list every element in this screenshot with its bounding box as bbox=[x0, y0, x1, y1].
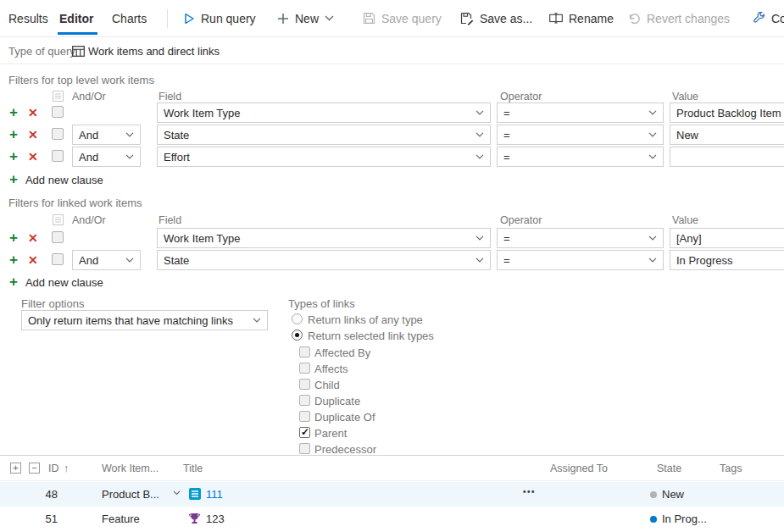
andor-select[interactable]: And bbox=[72, 250, 141, 270]
tab-charts[interactable]: Charts bbox=[112, 0, 147, 36]
chevron-down-icon[interactable] bbox=[173, 490, 181, 496]
column-options-button[interactable]: Col bbox=[753, 0, 784, 36]
link-type-label[interactable]: Predecessor bbox=[314, 443, 376, 456]
active-tab-underline bbox=[58, 32, 97, 35]
remove-clause-icon[interactable]: ✕ bbox=[28, 127, 38, 142]
filter-row: + ✕ Work Item Type = Product Backlog Ite… bbox=[0, 103, 784, 123]
work-item-title-link[interactable]: 111 bbox=[206, 488, 223, 501]
link-type-checkbox-duplicate-of[interactable] bbox=[299, 411, 310, 422]
column-header-assigned-to[interactable]: Assigned To bbox=[550, 463, 608, 474]
column-header-id[interactable]: ID bbox=[48, 463, 59, 474]
add-new-clause-button[interactable]: + Add new clause bbox=[9, 173, 103, 186]
radio-return-selected-types[interactable] bbox=[292, 330, 303, 341]
add-clause-icon[interactable]: + bbox=[9, 148, 18, 165]
column-header-operator: Operator bbox=[500, 91, 542, 103]
operator-value: = bbox=[503, 129, 510, 141]
tab-editor[interactable]: Editor bbox=[59, 0, 93, 36]
collapse-all-button[interactable]: − bbox=[29, 463, 40, 474]
new-button[interactable]: New bbox=[277, 0, 334, 36]
operator-select[interactable]: = bbox=[497, 250, 664, 270]
results-grid-header: + − ID ↑ Work Item... Title Assigned To … bbox=[0, 456, 784, 481]
remove-clause-icon[interactable]: ✕ bbox=[28, 252, 38, 268]
add-clause-icon[interactable]: + bbox=[9, 230, 18, 247]
value-input[interactable]: In Progress bbox=[670, 250, 784, 270]
revert-changes-button[interactable]: Revert changes bbox=[628, 0, 730, 36]
column-options-label: Col bbox=[771, 12, 784, 25]
save-as-button[interactable]: Save as... bbox=[460, 0, 532, 36]
link-type-checkbox-child[interactable] bbox=[299, 379, 310, 390]
column-header-title[interactable]: Title bbox=[183, 463, 203, 474]
operator-select[interactable]: = bbox=[497, 125, 664, 145]
run-query-label: Run query bbox=[201, 12, 256, 25]
filter-row: + ✕ Work Item Type = [Any] bbox=[0, 228, 784, 248]
tab-charts-label: Charts bbox=[112, 12, 147, 25]
type-of-query-value[interactable]: Work items and direct links bbox=[88, 45, 220, 58]
column-header-tags[interactable]: Tags bbox=[720, 463, 742, 474]
add-clause-icon[interactable]: + bbox=[9, 104, 18, 121]
sort-ascending-icon: ↑ bbox=[64, 463, 69, 474]
operator-select[interactable]: = bbox=[497, 228, 664, 248]
result-row[interactable]: 51 Feature 123 In Prog... bbox=[0, 507, 784, 532]
column-header-state[interactable]: State bbox=[657, 463, 681, 474]
radio-return-any-type[interactable] bbox=[292, 313, 303, 324]
field-select[interactable]: State bbox=[157, 250, 491, 270]
link-type-checkbox-predecessor[interactable] bbox=[299, 443, 310, 454]
link-type-label[interactable]: Child bbox=[314, 379, 340, 391]
clause-checkbox[interactable] bbox=[52, 128, 64, 140]
filter-options-select[interactable]: Only return items that have matching lin… bbox=[21, 310, 268, 330]
operator-select[interactable]: = bbox=[497, 103, 664, 123]
save-query-button[interactable]: Save query bbox=[363, 0, 442, 36]
field-select[interactable]: State bbox=[157, 125, 491, 145]
add-clause-icon[interactable]: + bbox=[9, 126, 18, 143]
link-type-checkbox-parent[interactable] bbox=[299, 427, 310, 438]
value-input[interactable]: [Any] bbox=[670, 228, 784, 248]
add-new-clause-button[interactable]: + Add new clause bbox=[9, 275, 103, 289]
andor-select[interactable]: And bbox=[72, 147, 141, 167]
rename-button[interactable]: Rename bbox=[549, 0, 614, 36]
work-item-title[interactable]: 123 bbox=[206, 513, 225, 525]
column-header-field: Field bbox=[158, 214, 181, 226]
value-input[interactable] bbox=[670, 147, 784, 167]
operator-select[interactable]: = bbox=[497, 147, 664, 167]
clause-checkbox[interactable] bbox=[52, 150, 64, 162]
field-select[interactable]: Work Item Type bbox=[157, 103, 491, 123]
link-type-label[interactable]: Duplicate Of bbox=[314, 411, 375, 424]
value-input[interactable]: Product Backlog Item bbox=[670, 103, 784, 123]
type-of-query-row: Type of query Work items and direct link… bbox=[0, 38, 784, 64]
clause-checkbox[interactable] bbox=[52, 106, 64, 118]
row-actions-ellipsis[interactable]: ••• bbox=[523, 487, 536, 496]
column-header-work-item-type[interactable]: Work Item... bbox=[102, 463, 158, 474]
link-type-label[interactable]: Parent bbox=[314, 427, 347, 440]
product-backlog-item-icon bbox=[189, 488, 201, 500]
radio-return-any-type-label[interactable]: Return links of any type bbox=[308, 313, 423, 326]
field-select[interactable]: Effort bbox=[157, 147, 491, 167]
expand-all-button[interactable]: + bbox=[10, 463, 21, 474]
radio-return-selected-types-label[interactable]: Return selected link types bbox=[308, 330, 434, 342]
clause-checkbox[interactable] bbox=[52, 231, 64, 243]
clause-checkbox[interactable] bbox=[52, 253, 64, 265]
field-select[interactable]: Work Item Type bbox=[157, 228, 491, 248]
result-row[interactable]: 48 Product B... 111 ••• New bbox=[0, 482, 784, 507]
link-type-checkbox-duplicate[interactable] bbox=[299, 395, 310, 406]
chevron-down-icon bbox=[648, 236, 657, 241]
link-type-label[interactable]: Affects bbox=[314, 363, 348, 375]
andor-value: And bbox=[79, 129, 98, 141]
andor-select[interactable]: And bbox=[72, 125, 141, 145]
link-type-label[interactable]: Affected By bbox=[314, 346, 370, 359]
remove-clause-icon[interactable]: ✕ bbox=[28, 230, 38, 246]
link-type-label[interactable]: Duplicate bbox=[314, 395, 360, 407]
tab-results[interactable]: Results bbox=[8, 0, 48, 36]
remove-clause-icon[interactable]: ✕ bbox=[28, 105, 38, 120]
link-type-checkbox-affects[interactable] bbox=[299, 363, 310, 374]
remove-clause-icon[interactable]: ✕ bbox=[28, 149, 38, 164]
column-header-andor: And/Or bbox=[72, 91, 106, 103]
run-query-button[interactable]: Run query bbox=[184, 0, 256, 36]
new-label: New bbox=[295, 12, 319, 25]
add-new-clause-label: Add new clause bbox=[25, 276, 103, 289]
operator-value: = bbox=[503, 232, 510, 245]
field-value: State bbox=[164, 254, 189, 267]
link-type-checkbox-affected-by[interactable] bbox=[299, 346, 310, 357]
state-value: New bbox=[662, 488, 684, 501]
value-input[interactable]: New bbox=[670, 125, 784, 145]
add-clause-icon[interactable]: + bbox=[9, 252, 18, 269]
